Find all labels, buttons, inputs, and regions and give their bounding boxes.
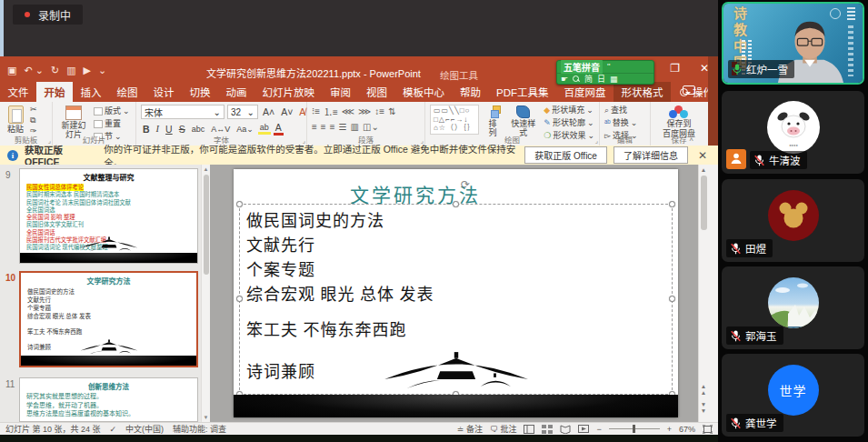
tab-pdf-tools[interactable]: PDF工具集 bbox=[489, 82, 557, 102]
shape-outline-button[interactable]: ✎形状轮廓 ⌄ bbox=[544, 118, 594, 128]
clear-formatting-button[interactable]: A̸ bbox=[297, 106, 307, 117]
ime-toolbar[interactable]: 五笔拼音 '' ☛ 简 日 ▦ bbox=[556, 60, 654, 85]
slide-10-thumbnail[interactable]: 文学研究方法 做民国词史的方法 文献先行 个案专题 综合宏观 眼光 总体 发表 … bbox=[19, 271, 198, 367]
zoom-out-icon[interactable]: − bbox=[596, 425, 601, 434]
shape-gallery[interactable]: ▭▭╲╲□○□△⌐⌐→↓⌂☆（）｛｝ bbox=[430, 105, 479, 135]
rotate-handle-icon[interactable]: ⟳ bbox=[461, 178, 470, 191]
ime-pin-icon[interactable]: '' bbox=[607, 63, 610, 71]
spellcheck-icon[interactable]: ✓ bbox=[110, 425, 117, 434]
slide-body-line[interactable]: 综合宏观 眼光 总体 发表 bbox=[246, 281, 434, 305]
justify-icon[interactable]: ☰ bbox=[339, 122, 347, 132]
character-spacing-button[interactable]: A↔V bbox=[209, 125, 232, 134]
slide-body-line[interactable]: 笨工夫 不悔东奔西跑 bbox=[246, 316, 407, 340]
scroll-up-icon[interactable]: ▲ bbox=[699, 165, 708, 175]
bold-button[interactable]: B bbox=[141, 124, 152, 135]
numbering-icon[interactable]: ⒈≡ bbox=[324, 105, 338, 118]
next-slide-icon[interactable]: ▼▼ bbox=[699, 401, 708, 414]
align-center-icon[interactable]: ≡ bbox=[321, 122, 326, 132]
slide-body-line[interactable]: 诗词兼顾 bbox=[246, 358, 315, 382]
slide-9-thumbnail[interactable]: 文献整理与研究 民国女性词总体评考论 民国时期宋词选本 民国时期清词选本 民国词… bbox=[19, 168, 198, 264]
columns-icon[interactable]: ▥ bbox=[351, 122, 359, 132]
decrease-indent-icon[interactable]: ⋘ bbox=[342, 106, 354, 116]
keyboard-icon[interactable]: ▦ bbox=[610, 75, 618, 84]
tab-file[interactable]: 文件 bbox=[0, 82, 36, 102]
print-preview-icon[interactable]: ▥ bbox=[66, 65, 75, 76]
learn-more-button[interactable]: 了解详细信息 bbox=[614, 146, 688, 164]
canvas-scrollbar[interactable]: ▲ ▲▲ ▼▼ bbox=[698, 165, 708, 422]
redo-icon[interactable]: ↻ bbox=[51, 65, 59, 76]
convert-smartart-icon[interactable]: ◫⌄ bbox=[363, 122, 379, 132]
participant-tile[interactable]: ●●●● 牛清波 bbox=[722, 91, 864, 174]
language-indicator[interactable]: 中文(中国) bbox=[125, 423, 164, 435]
selection-handle[interactable] bbox=[669, 201, 675, 207]
bullets-icon[interactable]: ⁝≡ bbox=[312, 106, 320, 116]
zoom-percentage[interactable]: 67% bbox=[679, 425, 695, 434]
start-slideshow-icon[interactable]: ▶ bbox=[84, 65, 91, 76]
text-direction-icon[interactable]: ⇅ bbox=[388, 106, 395, 116]
reading-view-icon[interactable] bbox=[560, 425, 571, 434]
participant-tile-video[interactable]: 诗教中国 bbox=[722, 2, 864, 85]
reset-button[interactable]: 重置 bbox=[94, 119, 130, 129]
italic-button[interactable]: I bbox=[155, 124, 162, 134]
slide-11-thumbnail[interactable]: 创新思维方法 研究其实就是思想的过程。 学会思维，就开动了机器。 思维方法是应当… bbox=[19, 377, 198, 422]
zoom-slider-thumb[interactable] bbox=[633, 425, 635, 433]
zoom-in-icon[interactable]: + bbox=[667, 425, 672, 434]
tab-shape-format[interactable]: 形状格式 bbox=[614, 82, 671, 102]
selection-handle[interactable] bbox=[669, 296, 675, 302]
slide-body-line[interactable]: 个案专题 bbox=[246, 256, 315, 280]
underline-button[interactable]: U bbox=[164, 124, 175, 135]
layout-button[interactable]: 版式 ⌄ bbox=[94, 106, 130, 116]
slide-sorter-view-icon[interactable] bbox=[542, 425, 553, 434]
thumbnail-scrollbar[interactable]: ▲ ▼ bbox=[201, 165, 210, 422]
line-spacing-icon[interactable]: ↕≡ bbox=[374, 106, 384, 116]
search-icon[interactable] bbox=[573, 75, 580, 83]
fit-slide-icon[interactable] bbox=[703, 425, 713, 434]
notes-button[interactable]: ≐ 备注 bbox=[457, 423, 483, 435]
tab-baidu-netdisk[interactable]: 百度网盘 bbox=[556, 82, 614, 102]
increase-indent-icon[interactable]: ⋙ bbox=[358, 106, 371, 116]
tab-slideshow[interactable]: 幻灯片放映 bbox=[254, 82, 323, 102]
align-right-icon[interactable]: ≡ bbox=[330, 122, 335, 132]
find-button[interactable]: ⌕查找 bbox=[604, 105, 637, 116]
selection-handle[interactable] bbox=[236, 201, 243, 207]
ime-language-toggle[interactable]: 日 bbox=[597, 75, 605, 84]
accessibility-status[interactable]: 辅助功能: 调查 bbox=[173, 423, 226, 435]
participant-tile[interactable]: 世学 龚世学 bbox=[722, 354, 864, 437]
current-slide[interactable]: 文学研究方法 ⟳ 做民国词史的方法 文献先行 个案专题 综合宏观 眼光 总体 发… bbox=[234, 169, 678, 417]
tab-insert[interactable]: 插入 bbox=[73, 82, 109, 102]
selection-handle[interactable] bbox=[236, 296, 243, 302]
cut-icon[interactable]: ✂ bbox=[30, 105, 37, 115]
participant-tile[interactable]: 田煜 bbox=[722, 179, 864, 262]
normal-view-icon[interactable] bbox=[524, 425, 534, 434]
slideshow-view-icon[interactable] bbox=[578, 425, 589, 434]
scroll-down-icon[interactable]: ▼ bbox=[202, 413, 210, 422]
ime-simplified-toggle[interactable]: 简 bbox=[584, 75, 593, 84]
font-name-combo[interactable]: 宋体⌄ bbox=[141, 105, 224, 119]
selection-handle[interactable] bbox=[453, 201, 459, 207]
align-left-icon[interactable]: ≡ bbox=[312, 122, 317, 132]
tab-review[interactable]: 审阅 bbox=[323, 82, 359, 102]
tab-design[interactable]: 设计 bbox=[145, 82, 182, 102]
tab-transitions[interactable]: 切换 bbox=[182, 82, 218, 102]
tab-view[interactable]: 视图 bbox=[359, 82, 395, 102]
tab-home[interactable]: 开始 bbox=[36, 82, 73, 102]
slide-body-line[interactable]: 文献先行 bbox=[246, 232, 315, 256]
text-shadow-button[interactable]: abc bbox=[190, 125, 207, 134]
tab-animations[interactable]: 动画 bbox=[218, 82, 254, 102]
recording-badge[interactable]: 录制中 bbox=[13, 5, 83, 25]
collapse-ribbon-icon[interactable]: ˄ bbox=[689, 136, 693, 144]
shrink-font-button[interactable]: A˅ bbox=[279, 106, 294, 117]
scroll-up-icon[interactable]: ▲ bbox=[202, 165, 210, 174]
save-icon[interactable]: ▣ bbox=[7, 65, 16, 76]
scrollbar-thumb[interactable] bbox=[204, 175, 209, 275]
copy-icon[interactable]: ⧉ bbox=[30, 116, 37, 126]
close-warning-icon[interactable]: ✕ bbox=[694, 149, 711, 162]
undo-icon[interactable]: ↶ ⌄ bbox=[24, 65, 44, 76]
comments-button[interactable]: 🗨 批注 bbox=[490, 423, 517, 435]
scrollbar-thumb[interactable] bbox=[701, 176, 707, 230]
change-case-button[interactable]: Aa⌄ bbox=[234, 125, 255, 134]
maximize-icon[interactable]: ❐ bbox=[670, 62, 680, 75]
slide-body-line[interactable]: 做民国词史的方法 bbox=[246, 207, 384, 231]
paste-button[interactable]: 粘贴 bbox=[5, 105, 26, 135]
hand-tool-icon[interactable]: ☛ bbox=[561, 75, 568, 84]
